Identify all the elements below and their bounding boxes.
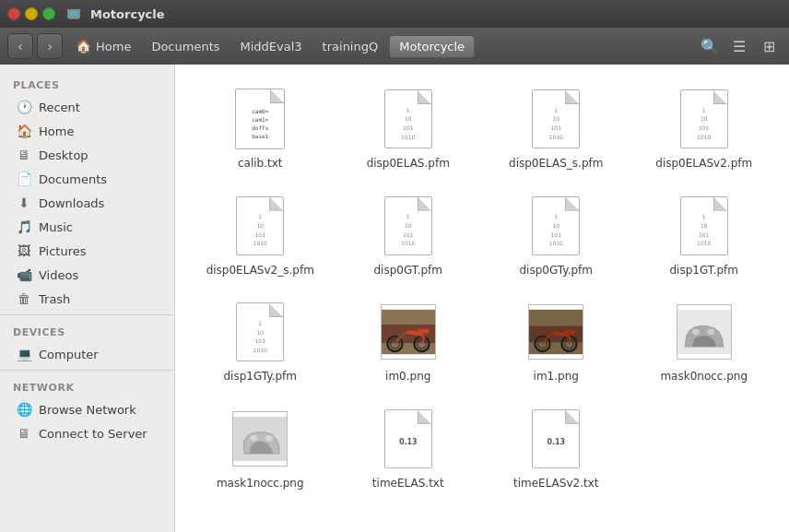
sidebar-divider-2	[0, 370, 174, 371]
svg-point-19	[692, 329, 700, 335]
sidebar-item-videos[interactable]: 📹 Videos	[4, 263, 171, 287]
sidebar-desktop-label: Desktop	[39, 148, 88, 162]
disp0elas-icon: 1101011010	[381, 87, 436, 151]
svg-point-23	[265, 435, 273, 441]
disp1gt-name: disp1GT.pfm	[669, 264, 738, 278]
sidebar-divider-1	[0, 314, 174, 315]
list-icon: ☰	[733, 38, 746, 55]
view-grid-button[interactable]: ⊞	[756, 33, 782, 59]
disp0gty-icon: 1101011010	[528, 194, 583, 258]
sidebar-computer-label: Computer	[39, 348, 99, 361]
calib-name: calib.txt	[238, 157, 283, 171]
mask0-icon	[677, 300, 732, 364]
sidebar-item-documents[interactable]: 📄 Documents	[4, 167, 171, 191]
svg-rect-10	[418, 329, 429, 334]
file-item-timeelas[interactable]: 0.13 timeELAS.txt	[338, 399, 479, 499]
file-item-disp1gty[interactable]: 1101011010 disp1GTy.pfm	[190, 292, 331, 392]
calib-icon: cam0=cam1=doffsbase1	[232, 87, 288, 151]
home-sidebar-icon: 🏠	[17, 124, 31, 138]
places-section-label: Places	[0, 72, 174, 95]
breadcrumb-middeval[interactable]: MiddEval3	[231, 36, 312, 57]
timeelas-icon: 0.13	[381, 407, 436, 471]
titlebar: Motorcycle	[0, 0, 789, 28]
desktop-icon: 🖥	[17, 148, 31, 162]
file-item-disp1gt[interactable]: 1101011010 disp1GT.pfm	[634, 186, 775, 286]
server-icon: 🖥	[17, 426, 31, 441]
file-item-mask0[interactable]: mask0nocc.png	[634, 292, 775, 392]
sidebar-item-recent[interactable]: 🕐 Recent	[4, 95, 171, 119]
im1-icon	[528, 300, 583, 364]
home-icon: 🏠	[76, 39, 91, 53]
file-item-disp0elas-s[interactable]: 1101011010 disp0ELAS_s.pfm	[486, 79, 627, 179]
disp0gty-name: disp0GTy.pfm	[519, 264, 593, 278]
svg-rect-3	[69, 18, 78, 19]
sidebar-item-connect-server[interactable]: 🖥 Connect to Server	[4, 421, 171, 445]
file-content: cam0=cam1=doffsbase1 calib.txt 110101101…	[175, 65, 789, 532]
music-icon: 🎵	[17, 219, 31, 234]
file-item-disp0elas[interactable]: 1101011010 disp0ELAS.pfm	[338, 79, 479, 179]
svg-rect-1	[69, 11, 78, 17]
minimize-button[interactable]	[25, 7, 38, 20]
sidebar-item-music[interactable]: 🎵 Music	[4, 215, 171, 239]
breadcrumb-home-label: Home	[96, 40, 131, 53]
file-item-timelasv2[interactable]: 0.13 timeELASv2.txt	[486, 399, 627, 499]
mask1-name: mask1nocc.png	[217, 477, 304, 491]
back-icon: ‹	[18, 39, 23, 53]
file-item-disp0elasv2[interactable]: 1101011010 disp0ELASv2.pfm	[634, 79, 775, 179]
toolbar-actions: 🔍 ☰ ⊞	[697, 33, 782, 59]
sidebar-item-trash[interactable]: 🗑 Trash	[4, 287, 171, 311]
disp0elasv2-icon: 1101011010	[677, 87, 732, 151]
sidebar-documents-label: Documents	[39, 172, 107, 186]
sidebar-item-pictures[interactable]: 🖼 Pictures	[4, 239, 171, 263]
sidebar-item-desktop[interactable]: 🖥 Desktop	[4, 143, 171, 167]
file-item-calib[interactable]: cam0=cam1=doffsbase1 calib.txt	[190, 79, 331, 179]
mask1-icon	[232, 407, 288, 471]
window-controls[interactable]	[7, 7, 55, 20]
svg-rect-17	[565, 330, 575, 335]
im0-icon	[381, 300, 436, 364]
forward-icon: ›	[48, 39, 53, 53]
disp0elas-name: disp0ELAS.pfm	[367, 157, 450, 171]
svg-point-20	[707, 329, 714, 335]
disp0elasv2-s-icon: 1101011010	[232, 194, 288, 258]
close-button[interactable]	[7, 7, 20, 20]
pictures-icon: 🖼	[17, 243, 31, 258]
search-button[interactable]: 🔍	[697, 33, 723, 59]
file-item-disp0gt[interactable]: 1101011010 disp0GT.pfm	[338, 186, 479, 286]
file-item-disp0gty[interactable]: 1101011010 disp0GTy.pfm	[486, 186, 627, 286]
documents-icon: 📄	[17, 171, 31, 186]
sidebar-home-label: Home	[39, 124, 74, 138]
sidebar-item-computer[interactable]: 💻 Computer	[4, 342, 171, 366]
breadcrumb-documents[interactable]: Documents	[142, 36, 229, 57]
timelasv2-icon: 0.13	[528, 407, 583, 471]
sidebar-item-home[interactable]: 🏠 Home	[4, 119, 171, 143]
sidebar-item-browse-network[interactable]: 🌐 Browse Network	[4, 397, 171, 421]
forward-button[interactable]: ›	[37, 33, 63, 59]
maximize-button[interactable]	[42, 7, 55, 20]
sidebar-recent-label: Recent	[39, 100, 80, 114]
grid-icon: ⊞	[763, 38, 775, 55]
file-item-im1[interactable]: im1.png	[486, 292, 627, 392]
breadcrumb-home[interactable]: 🏠 Home	[66, 35, 140, 57]
sidebar-downloads-label: Downloads	[39, 196, 104, 210]
devices-section-label: Devices	[0, 319, 174, 342]
breadcrumb-motorcycle[interactable]: Motorcycle	[389, 35, 475, 58]
im1-name: im1.png	[534, 370, 579, 384]
sidebar-item-downloads[interactable]: ⬇ Downloads	[4, 191, 171, 215]
disp1gty-icon: 1101011010	[232, 300, 288, 364]
file-item-mask1[interactable]: mask1nocc.png	[190, 399, 331, 499]
breadcrumb-motorcycle-label: Motorcycle	[399, 40, 465, 53]
breadcrumb-trainingq[interactable]: trainingQ	[313, 36, 388, 57]
trash-icon: 🗑	[17, 291, 31, 306]
back-button[interactable]: ‹	[7, 33, 33, 59]
file-item-disp0elasv2-s[interactable]: 1101011010 disp0ELASv2_s.pfm	[190, 186, 331, 286]
network-icon: 🌐	[17, 402, 31, 417]
file-item-im0[interactable]: im0.png	[338, 292, 479, 392]
timeelas-name: timeELAS.txt	[372, 477, 444, 491]
network-section-label: Network	[0, 374, 174, 397]
main-layout: Places 🕐 Recent 🏠 Home 🖥 Desktop 📄 Docum…	[0, 65, 789, 532]
view-list-button[interactable]: ☰	[726, 33, 752, 59]
window-icon	[66, 6, 81, 21]
disp0elasv2-s-name: disp0ELASv2_s.pfm	[206, 264, 314, 278]
disp0elas-s-icon: 1101011010	[528, 87, 583, 151]
